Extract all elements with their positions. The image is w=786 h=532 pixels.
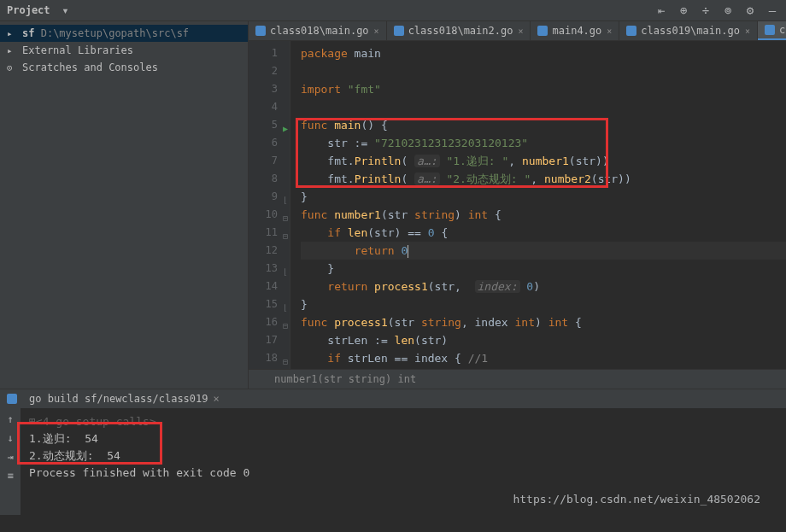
code-editor[interactable]: package mainimport "fmt"func main() { st… xyxy=(290,41,786,369)
close-icon[interactable]: × xyxy=(214,393,220,405)
up-icon[interactable]: ↑ xyxy=(7,413,13,425)
tab-main-go-1[interactable]: class018\main.go× xyxy=(249,21,387,40)
scratches-icon: ⊙ xyxy=(7,62,19,73)
top-toolbar: Project ▾ ⇤ ⊕ ÷ ⊚ ⚙ — xyxy=(0,0,786,21)
sidebar-item-sf[interactable]: ▸ sf D:\mysetup\gopath\src\sf xyxy=(0,25,248,42)
tab-main4-go[interactable]: main4.go× xyxy=(531,21,619,40)
watermark-text: https://blog.csdn.net/weixin_48502062 xyxy=(513,491,760,508)
close-icon[interactable]: × xyxy=(518,26,523,36)
console-panel: ↑ ↓ ⇥ ≡ ⊞<4 go setup calls>1.递归: 542.动态规… xyxy=(0,408,786,515)
close-icon[interactable]: × xyxy=(374,26,379,36)
run-icon xyxy=(7,394,17,404)
run-tabs: go build sf/newclass/class019× xyxy=(0,389,786,408)
library-icon: ▸ xyxy=(7,45,19,56)
collapse-icon[interactable]: ⇤ xyxy=(654,3,668,17)
tab-class019-main[interactable]: class019\main.go× xyxy=(619,21,758,40)
divide-icon[interactable]: ÷ xyxy=(699,3,713,17)
line-gutter: 12345▶6789⌊10⊟11⊟1213⌊1415⌊16⊟1718⊟1920⌊… xyxy=(249,41,290,369)
close-icon[interactable]: × xyxy=(745,26,750,36)
hide-icon[interactable]: — xyxy=(765,3,779,17)
chevron-down-icon[interactable]: ▾ xyxy=(59,3,73,17)
go-file-icon xyxy=(765,25,775,35)
tab-active[interactable]: class xyxy=(758,21,786,40)
project-label[interactable]: Project xyxy=(7,4,50,16)
filter-icon[interactable]: ≡ xyxy=(7,470,13,482)
sidebar-item-external-libs[interactable]: ▸ External Libraries xyxy=(0,42,248,59)
close-icon[interactable]: × xyxy=(607,26,612,36)
wrap-icon[interactable]: ⇥ xyxy=(7,451,13,463)
folder-icon: ▸ xyxy=(7,28,19,39)
breadcrumb: number1(str string) int xyxy=(249,369,786,389)
console-output[interactable]: ⊞<4 go setup calls>1.递归: 542.动态规划: 54Pro… xyxy=(21,408,786,515)
sidebar-item-scratches[interactable]: ⊙ Scratches and Consoles xyxy=(0,59,248,76)
go-file-icon xyxy=(537,26,548,36)
run-tab[interactable]: go build sf/newclass/class019× xyxy=(22,393,226,405)
expand-icon[interactable]: ⊕ xyxy=(677,3,690,17)
editor-tabs: class018\main.go× class018\main2.go× mai… xyxy=(249,21,786,41)
down-icon[interactable]: ↓ xyxy=(7,432,13,444)
project-sidebar: ▸ sf D:\mysetup\gopath\src\sf ▸ External… xyxy=(0,21,249,389)
go-file-icon xyxy=(255,26,266,36)
target-icon[interactable]: ⊚ xyxy=(721,3,735,17)
gear-icon[interactable]: ⚙ xyxy=(743,3,757,17)
console-gutter: ↑ ↓ ⇥ ≡ xyxy=(0,408,21,515)
go-file-icon xyxy=(626,26,636,36)
tab-main2-go[interactable]: class018\main2.go× xyxy=(387,21,531,40)
go-file-icon xyxy=(394,26,404,36)
